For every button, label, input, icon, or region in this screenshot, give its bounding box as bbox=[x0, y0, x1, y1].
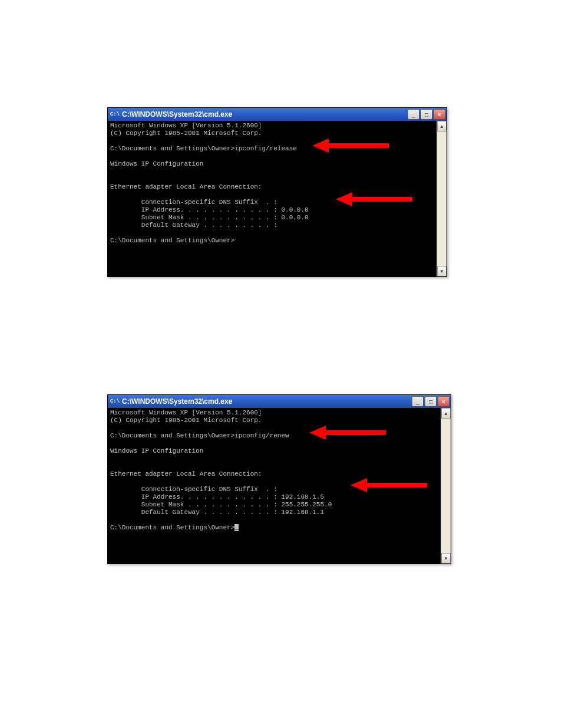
close-button[interactable]: × bbox=[434, 109, 445, 120]
line: C:\Documents and Settings\Owner>ipconfig… bbox=[110, 145, 297, 152]
line: Windows IP Configuration bbox=[110, 447, 203, 454]
line: Ethernet adapter Local Area Connection: bbox=[110, 183, 262, 190]
line: Default Gateway . . . . . . . . . : bbox=[110, 222, 277, 229]
scroll-down-icon[interactable]: ▼ bbox=[437, 266, 447, 276]
window-body: Microsoft Windows XP [Version 5.1.2600] … bbox=[108, 121, 447, 276]
line: Windows IP Configuration bbox=[110, 160, 203, 167]
vertical-scrollbar[interactable]: ▲ ▼ bbox=[441, 408, 451, 564]
line: Subnet Mask . . . . . . . . . . . : 255.… bbox=[110, 501, 332, 508]
line: C:\Documents and Settings\Owner> bbox=[110, 237, 234, 244]
scroll-track[interactable] bbox=[441, 419, 451, 553]
window-controls: _ □ × bbox=[412, 396, 449, 407]
line: Default Gateway . . . . . . . . . : 192.… bbox=[110, 509, 324, 516]
cmd-window-renew: C:\ C:\WINDOWS\System32\cmd.exe _ □ × Mi… bbox=[107, 394, 451, 564]
line: Connection-specific DNS Suffix . : bbox=[110, 486, 277, 493]
cmd-window-release: C:\ C:\WINDOWS\System32\cmd.exe _ □ × Mi… bbox=[107, 107, 447, 277]
scroll-down-icon[interactable]: ▼ bbox=[441, 553, 451, 564]
line: Microsoft Windows XP [Version 5.1.2600] bbox=[110, 409, 262, 416]
line: C:\Documents and Settings\Owner>ipconfig… bbox=[110, 432, 289, 439]
line: Subnet Mask . . . . . . . . . . . : 0.0.… bbox=[110, 214, 309, 221]
scroll-up-icon[interactable]: ▲ bbox=[437, 121, 447, 131]
window-controls: _ □ × bbox=[408, 109, 445, 120]
line: IP Address. . . . . . . . . . . . : 0.0.… bbox=[110, 206, 309, 213]
line: (C) Copyright 1985-2001 Microsoft Corp. bbox=[110, 417, 262, 424]
titlebar[interactable]: C:\ C:\WINDOWS\System32\cmd.exe _ □ × bbox=[108, 395, 451, 408]
window-body: Microsoft Windows XP [Version 5.1.2600] … bbox=[108, 408, 451, 564]
minimize-button[interactable]: _ bbox=[412, 396, 424, 407]
line: Microsoft Windows XP [Version 5.1.2600] bbox=[110, 122, 262, 129]
line: (C) Copyright 1985-2001 Microsoft Corp. bbox=[110, 130, 262, 137]
window-title: C:\WINDOWS\System32\cmd.exe bbox=[122, 110, 408, 118]
vertical-scrollbar[interactable]: ▲ ▼ bbox=[437, 121, 447, 276]
terminal-output[interactable]: Microsoft Windows XP [Version 5.1.2600] … bbox=[108, 121, 437, 276]
scroll-track[interactable] bbox=[437, 131, 447, 266]
line: Connection-specific DNS Suffix . : bbox=[110, 199, 277, 206]
window-title: C:\WINDOWS\System32\cmd.exe bbox=[122, 397, 412, 406]
close-button[interactable]: × bbox=[438, 396, 449, 407]
cmd-icon: C:\ bbox=[110, 110, 120, 119]
cmd-icon: C:\ bbox=[110, 397, 120, 406]
terminal-output[interactable]: Microsoft Windows XP [Version 5.1.2600] … bbox=[108, 408, 441, 564]
line: Ethernet adapter Local Area Connection: bbox=[110, 470, 262, 477]
maximize-button[interactable]: □ bbox=[421, 109, 432, 120]
maximize-button[interactable]: □ bbox=[425, 396, 437, 407]
line: IP Address. . . . . . . . . . . . : 192.… bbox=[110, 493, 324, 500]
minimize-button[interactable]: _ bbox=[408, 109, 419, 120]
titlebar[interactable]: C:\ C:\WINDOWS\System32\cmd.exe _ □ × bbox=[108, 108, 447, 121]
scroll-up-icon[interactable]: ▲ bbox=[441, 408, 451, 419]
cursor: _ bbox=[234, 524, 239, 531]
line: C:\Documents and Settings\Owner> bbox=[110, 524, 234, 531]
